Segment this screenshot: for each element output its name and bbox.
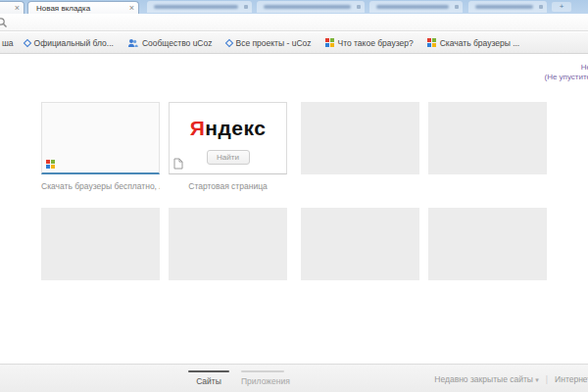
inactive-tab-indicator: [241, 370, 284, 372]
windows-colors-icon: [325, 38, 334, 47]
ucoz-diamond-icon: [23, 38, 30, 46]
footer-tab-sites[interactable]: Сайты: [188, 370, 229, 386]
inactive-tab[interactable]: [147, 1, 252, 13]
ucoz-diamond-icon: [224, 38, 232, 46]
yandex-logo: Яндекс: [170, 117, 286, 140]
close-icon[interactable]: ×: [129, 4, 134, 13]
yandex-search-button[interactable]: Найти: [207, 150, 250, 165]
bookmark-item-all-projects[interactable]: Все проекты - uCoz: [220, 32, 318, 53]
bookmark-item-download-browsers[interactable]: Скачать браузеры ...: [420, 32, 527, 53]
blurred-tab-text: [154, 5, 238, 9]
bookmark-label: Все проекты - uCoz: [236, 38, 312, 48]
footer-tab-label: Приложения: [241, 376, 284, 386]
tab-new-tab[interactable]: Новая вкладка ×: [27, 1, 139, 14]
inactive-tab[interactable]: [468, 1, 547, 13]
footer-right-links: Недавно закрытые сайты ▾ | Интернет-: [434, 374, 588, 384]
close-icon[interactable]: [357, 5, 361, 9]
close-icon[interactable]: [455, 5, 459, 9]
bookmark-label: Скачать браузеры ...: [440, 38, 520, 48]
footer-tab-apps[interactable]: Приложения: [241, 370, 284, 386]
blurred-tab-text: [264, 5, 351, 9]
promo-line2: (Не упустите: [544, 73, 588, 82]
bookmark-item-partial[interactable]: ша: [0, 32, 18, 53]
blurred-tab-text: [475, 5, 533, 9]
tile-caption: Скачать браузеры бесплатно, л...: [41, 181, 160, 191]
blurred-tab-text: [376, 5, 449, 9]
windows-colors-icon: [427, 38, 436, 47]
bookmark-label: Что такое браузер?: [338, 38, 414, 48]
bookmark-item-what-is-browser[interactable]: Что такое браузер?: [318, 32, 420, 53]
speed-dial-tile-empty[interactable]: [169, 208, 287, 280]
close-icon[interactable]: ×: [15, 4, 20, 13]
speed-dial-tile-empty[interactable]: [41, 208, 160, 280]
active-tab-indicator: [188, 370, 229, 372]
speed-dial-tile-download-browsers[interactable]: [41, 102, 160, 174]
bookmark-label: Официальный бло...: [34, 38, 114, 48]
new-tab-button[interactable]: +: [552, 2, 571, 12]
chevron-down-icon: ▾: [535, 376, 539, 383]
bookmarks-bar: ша Официальный бло... Сообщество uCoz Вс…: [0, 32, 588, 54]
speed-dial-tile-empty[interactable]: [301, 102, 419, 174]
page-icon: [173, 158, 183, 170]
bookmark-label: Сообщество uCoz: [142, 38, 213, 48]
close-icon[interactable]: [244, 5, 248, 9]
speed-dial-tile-empty[interactable]: [428, 102, 547, 174]
people-icon: [127, 38, 138, 48]
tab-partial-left[interactable]: ×: [0, 1, 24, 14]
footer-tab-label: Сайты: [188, 376, 229, 386]
inactive-tab[interactable]: [257, 1, 365, 13]
internet-link[interactable]: Интернет-: [555, 374, 588, 384]
recently-closed-link[interactable]: Недавно закрытые сайты ▾: [434, 374, 539, 384]
browser-window: × Новая вкладка × + ша Официальный бло..…: [0, 0, 588, 392]
bookmark-label: ша: [2, 38, 14, 48]
speed-dial-tile-empty[interactable]: [428, 208, 547, 280]
promo-line1: Не: [544, 63, 588, 73]
speed-dial-tile-empty[interactable]: [301, 208, 419, 280]
promo-text[interactable]: Не (Не упустите: [544, 63, 588, 82]
close-icon[interactable]: [539, 5, 543, 9]
separator: |: [546, 374, 548, 384]
tab-strip: × Новая вкладка × +: [0, 0, 588, 14]
inactive-tab[interactable]: [369, 1, 463, 13]
speed-dial-tile-yandex[interactable]: Яндекс Найти: [169, 102, 287, 174]
tile-caption: Стартовая страница: [169, 181, 287, 191]
bookmark-item-ucoz-community[interactable]: Сообщество uCoz: [121, 32, 220, 53]
windows-colors-icon: [46, 160, 55, 169]
bottom-bar: Сайты Приложения Недавно закрытые сайты …: [0, 364, 588, 392]
tab-title: Новая вкладка: [36, 4, 129, 13]
address-bar[interactable]: [0, 14, 588, 31]
bookmark-item-official-blog[interactable]: Официальный бло...: [18, 32, 121, 53]
search-icon: [0, 17, 8, 28]
